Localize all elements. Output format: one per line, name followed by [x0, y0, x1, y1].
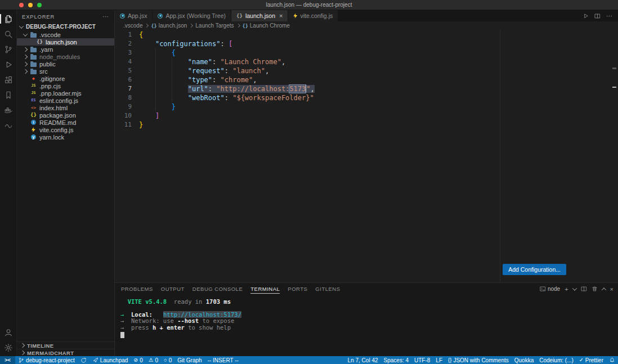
- tree-item-launch.json[interactable]: {}launch.json: [17, 38, 114, 46]
- tree-item-.pnp.cjs[interactable]: JS.pnp.cjs: [17, 82, 114, 89]
- tree-item-.vscode[interactable]: .vscode: [17, 31, 114, 38]
- activity-item-explorer[interactable]: [0, 11, 16, 26]
- code-line[interactable]: 7 "url": "http://localhost:5173",: [115, 84, 618, 93]
- panel-tab-terminal[interactable]: TERMINAL: [247, 283, 284, 295]
- section-timeline[interactable]: TIMELINE: [17, 341, 114, 349]
- status-codeium[interactable]: Codeium: (...): [536, 356, 576, 364]
- status-indentation[interactable]: Spaces: 4: [381, 356, 411, 364]
- code-line[interactable]: 4 "name": "Launch Chrome",: [115, 57, 618, 66]
- code-token: }: [139, 121, 143, 129]
- tree-item-.gitignore[interactable]: ◆.gitignore: [17, 75, 114, 82]
- code-line[interactable]: 9 }: [115, 102, 618, 111]
- code-line[interactable]: 11}: [115, 120, 618, 129]
- status-git-sync[interactable]: [78, 356, 89, 364]
- code-line[interactable]: 5 "request": "launch",: [115, 66, 618, 75]
- activity-item-extensions[interactable]: [0, 72, 16, 87]
- code-line[interactable]: 2 "configurations": [: [115, 39, 618, 48]
- breadcrumb-item[interactable]: {}launch.json: [151, 23, 187, 29]
- add-configuration-button[interactable]: Add Configuration...: [503, 264, 566, 275]
- activity-item-settings[interactable]: [0, 340, 16, 355]
- activity-item-mermaid[interactable]: [0, 118, 16, 133]
- new-terminal-button[interactable]: +: [565, 286, 568, 293]
- tree-item-public[interactable]: public: [17, 60, 114, 68]
- close-icon[interactable]: ×: [279, 12, 283, 19]
- line-content: ]: [139, 111, 159, 120]
- status-vim-mode[interactable]: -- INSERT --: [205, 356, 241, 364]
- tree-item-.yarn[interactable]: .yarn: [17, 46, 114, 53]
- status-status-counter[interactable]: ○0: [161, 356, 174, 364]
- panel-tab-debug-console[interactable]: DEBUG CONSOLE: [189, 283, 247, 295]
- editor-tab[interactable]: App.jsx (Working Tree): [153, 10, 231, 21]
- more-actions-icon[interactable]: ⋯: [102, 13, 109, 20]
- explorer-icon: [4, 15, 13, 24]
- status-git-branch[interactable]: debug-react-project: [15, 356, 78, 364]
- activity-item-docker[interactable]: [0, 102, 16, 118]
- status-git-graph[interactable]: Git Graph: [174, 356, 204, 364]
- tree-item-index.html[interactable]: <>index.html: [17, 104, 114, 111]
- split-editor-button[interactable]: [594, 13, 601, 19]
- close-panel-button[interactable]: ×: [610, 286, 613, 293]
- tree-item-README.md[interactable]: iREADME.md: [17, 119, 114, 126]
- split-terminal-button[interactable]: [581, 286, 587, 292]
- panel-tab-problems[interactable]: PROBLEMS: [117, 283, 157, 295]
- tree-item-yarn.lock[interactable]: yyarn.lock: [17, 133, 114, 141]
- status-label: Codeium: (...): [539, 357, 574, 363]
- close-window-button[interactable]: [19, 3, 24, 7]
- breadcrumb-item[interactable]: Launch Targets: [195, 23, 234, 29]
- line-content: "configurations": [: [139, 39, 232, 48]
- terminal[interactable]: VITE v5.4.8 ready in 1703 ms→ Local: htt…: [115, 295, 618, 356]
- status-problems-errors[interactable]: ⊘0: [131, 356, 146, 364]
- project-root-row[interactable]: DEBUG-REACT-PROJECT: [17, 23, 114, 31]
- code-line[interactable]: 10 ]: [115, 111, 618, 120]
- tree-item-package.json[interactable]: {}package.json: [17, 111, 114, 119]
- tree-item-.pnp.loader.mjs[interactable]: JS.pnp.loader.mjs: [17, 89, 114, 97]
- activity-item-run-debug[interactable]: [0, 57, 16, 72]
- activity-item-bookmarks[interactable]: [0, 87, 16, 102]
- status-eol[interactable]: LF: [433, 356, 445, 364]
- breadcrumb-item[interactable]: {}Launch Chrome: [243, 23, 290, 29]
- minimize-window-button[interactable]: [28, 3, 33, 7]
- editor-tab[interactable]: vite.config.js: [288, 10, 338, 21]
- code-line[interactable]: 6 "type": "chrome",: [115, 75, 618, 84]
- terminal-profile[interactable]: node: [540, 286, 560, 292]
- panel-tab-gitlens[interactable]: GITLENS: [311, 283, 344, 295]
- code-line[interactable]: 3 {: [115, 48, 618, 57]
- activity-item-search[interactable]: [0, 26, 16, 42]
- status-cursor-position[interactable]: Ln 7, Col 42: [345, 356, 381, 364]
- breadcrumb: .vscode{}launch.jsonLaunch Targets{}Laun…: [115, 21, 618, 30]
- status-language-mode[interactable]: {}JSON with Comments: [445, 356, 512, 364]
- run-button[interactable]: [583, 13, 589, 19]
- rocket-icon: [92, 357, 98, 363]
- panel-tab-output[interactable]: OUTPUT: [157, 283, 189, 295]
- breadcrumb-item[interactable]: .vscode: [123, 23, 142, 29]
- terminal-profile-dropdown[interactable]: [573, 287, 576, 291]
- status-problems-warnings[interactable]: ⚠0: [146, 356, 161, 364]
- terminal-token: http://localhost:5173/: [163, 311, 241, 318]
- panel-tab-ports[interactable]: PORTS: [284, 283, 311, 295]
- activity-item-source-control[interactable]: [0, 42, 16, 57]
- status-prettier[interactable]: ✓Prettier: [576, 356, 606, 364]
- status-gitlens-launchpad[interactable]: Launchpad: [89, 356, 131, 364]
- editor-tab[interactable]: {}launch.json×: [231, 10, 288, 21]
- maximize-panel-button[interactable]: [602, 287, 606, 291]
- tree-item-src[interactable]: src: [17, 68, 114, 75]
- editor[interactable]: 1{2 "configurations": [3 {4 "name": "Lau…: [115, 30, 618, 282]
- line-content: "name": "Launch Chrome",: [139, 57, 285, 66]
- code-line[interactable]: 1{: [115, 30, 618, 39]
- section-mermaidchart[interactable]: MERMAIDCHART: [17, 349, 114, 356]
- status-quokka[interactable]: Quokka: [512, 356, 536, 364]
- status-remote-indicator[interactable]: ><: [0, 356, 15, 364]
- kill-terminal-button[interactable]: [592, 286, 598, 292]
- mermaid-icon: [4, 121, 13, 130]
- more-actions-button[interactable]: ⋯: [606, 12, 612, 20]
- status-encoding[interactable]: UTF-8: [411, 356, 433, 364]
- editor-tab[interactable]: App.jsx: [115, 10, 153, 21]
- status-notifications[interactable]: [606, 356, 618, 364]
- code-line[interactable]: 8 "webRoot": "${workspaceFolder}": [115, 93, 618, 102]
- zoom-window-button[interactable]: [37, 3, 42, 7]
- activity-item-account[interactable]: [0, 325, 16, 340]
- tree-item-node_modules[interactable]: node_modules: [17, 53, 114, 60]
- tree-item-eslint.config.js[interactable]: ESeslint.config.js: [17, 97, 114, 104]
- code-token: ,: [310, 85, 314, 93]
- tree-item-vite.config.js[interactable]: vite.config.js: [17, 126, 114, 133]
